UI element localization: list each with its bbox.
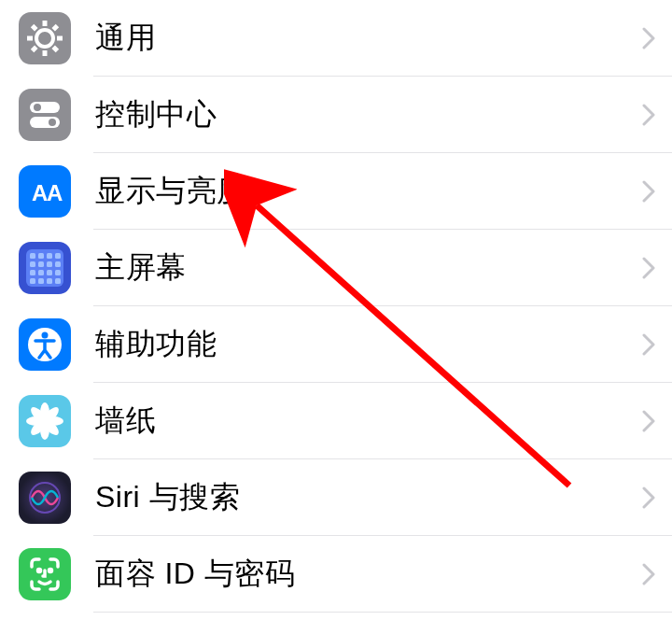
settings-row-home-screen[interactable]: 主屏幕 [0,230,672,306]
svg-rect-24 [30,261,35,267]
svg-rect-30 [47,270,52,275]
svg-point-52 [38,570,41,572]
settings-row-label: Siri 与搜索 [95,477,642,518]
settings-list: 通用控制中心AA显示与亮度主屏幕辅助功能墙纸Siri 与搜索面容 ID 与密码 [0,0,672,613]
settings-row-label: 主屏幕 [95,247,642,289]
svg-rect-28 [30,270,35,275]
svg-line-9 [53,26,57,30]
svg-rect-20 [30,253,35,259]
svg-line-3 [53,47,57,50]
svg-rect-34 [47,278,52,284]
svg-rect-32 [30,278,35,284]
svg-rect-21 [38,253,44,259]
grid-icon [19,242,71,294]
settings-row-label: 通用 [95,18,642,59]
svg-rect-22 [47,253,52,259]
svg-rect-27 [55,261,61,267]
svg-point-48 [40,416,49,426]
settings-row-display-brightness[interactable]: AA显示与亮度 [0,153,672,230]
text-size-icon: AA [19,165,71,218]
chevron-right-icon [642,257,655,279]
svg-point-53 [49,570,52,572]
svg-text:A: A [32,180,48,205]
chevron-right-icon [642,27,655,49]
chevron-right-icon [642,563,655,585]
chevron-right-icon [642,410,655,432]
svg-line-7 [33,26,36,30]
chevron-right-icon [642,104,655,126]
settings-row-wallpaper[interactable]: 墙纸 [0,383,672,459]
svg-rect-29 [38,270,44,275]
settings-row-control-center[interactable]: 控制中心 [0,77,672,153]
accessibility-icon [19,318,71,371]
svg-rect-23 [55,253,61,259]
gear-icon [19,12,71,64]
chevron-right-icon [642,333,655,356]
svg-point-14 [49,119,56,126]
switches-icon [19,89,71,141]
settings-row-label: 墙纸 [95,401,642,442]
chevron-right-icon [642,180,655,203]
svg-rect-31 [55,270,61,275]
svg-rect-25 [38,261,44,267]
svg-point-38 [42,332,49,339]
svg-point-12 [34,104,41,111]
svg-text:A: A [47,180,63,205]
svg-rect-33 [38,278,44,284]
svg-line-5 [33,47,36,50]
settings-row-label: 面容 ID 与密码 [95,554,642,595]
settings-row-accessibility[interactable]: 辅助功能 [0,306,672,383]
settings-row-label: 控制中心 [95,94,642,135]
flower-icon [19,395,71,447]
settings-row-general[interactable]: 通用 [0,0,672,77]
chevron-right-icon [642,486,655,509]
settings-row-label: 显示与亮度 [95,171,642,212]
settings-row-label: 辅助功能 [95,324,642,365]
settings-row-siri-search[interactable]: Siri 与搜索 [0,459,672,536]
svg-rect-35 [55,278,61,284]
svg-rect-26 [47,261,52,267]
svg-rect-10 [19,89,71,141]
settings-row-faceid-passcode[interactable]: 面容 ID 与密码 [0,536,672,613]
svg-rect-0 [19,12,71,64]
faceid-icon [19,548,71,600]
siri-icon [19,472,71,524]
